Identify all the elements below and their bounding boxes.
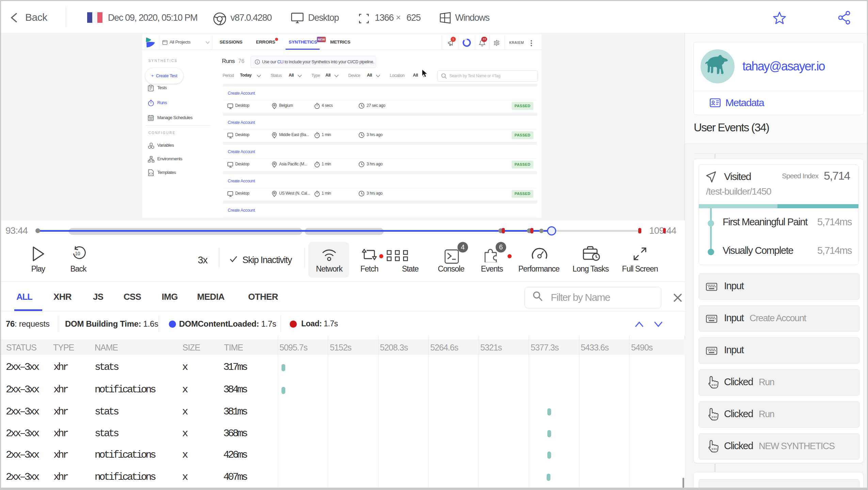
svg-text:10: 10 — [75, 251, 80, 256]
